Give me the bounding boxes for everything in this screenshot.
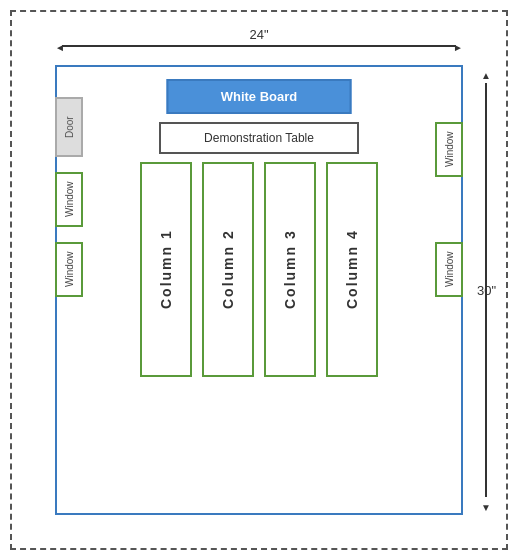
column-1: Column 1 (140, 162, 192, 377)
arrow-up-tip (481, 65, 491, 83)
height-arrow: 30" (476, 65, 496, 515)
column-4: Column 4 (326, 162, 378, 377)
arrow-line: 24" (62, 45, 456, 47)
whiteboard: White Board (167, 79, 352, 114)
width-arrow: 24" (55, 36, 463, 56)
door: Door (55, 97, 83, 157)
window-left-bottom: Window (55, 242, 83, 297)
column-2: Column 2 (202, 162, 254, 377)
width-label: 24" (249, 27, 268, 42)
arrow-down-tip (481, 497, 491, 515)
columns-area: Column 1 Column 2 Column 3 Column 4 (134, 162, 384, 377)
demonstration-table: Demonstration Table (159, 122, 359, 154)
room-area: Door Window Window Window Window White B… (55, 65, 463, 515)
arrow-left-tip (55, 37, 62, 55)
window-right-top: Window (435, 122, 463, 177)
arrow-right-tip (456, 37, 463, 55)
window-left-top: Window (55, 172, 83, 227)
page-container: 24" 30" Door Window Window Window Window (0, 0, 518, 560)
column-3: Column 3 (264, 162, 316, 377)
window-right-bottom: Window (435, 242, 463, 297)
height-label: 30" (477, 283, 496, 298)
